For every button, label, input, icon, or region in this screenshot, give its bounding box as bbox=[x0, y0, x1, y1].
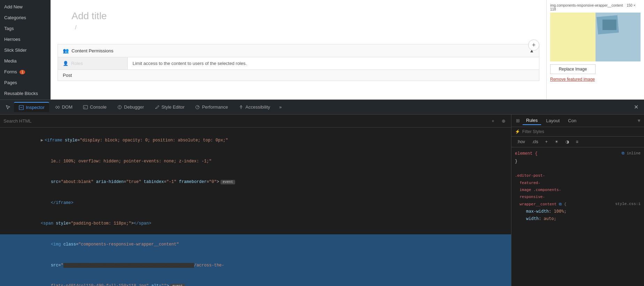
editor-rule-source: style.css:1 bbox=[615, 201, 641, 207]
search-icons: + ⊕ bbox=[489, 117, 508, 125]
dom-icon bbox=[55, 105, 60, 110]
rules-tab-con[interactable]: Con bbox=[564, 117, 580, 125]
rules-tab-layout[interactable]: Layout bbox=[542, 117, 563, 125]
cursor-icon bbox=[6, 105, 10, 110]
sidebar-item-media[interactable]: Media bbox=[0, 56, 50, 66]
collapse-triangle[interactable]: ▶ bbox=[41, 138, 43, 143]
element-rule-close: } bbox=[515, 158, 641, 165]
rules-layout-icon[interactable]: ⊞ bbox=[514, 117, 521, 124]
accessibility-icon bbox=[239, 105, 244, 110]
more-tabs-button[interactable]: » bbox=[276, 102, 284, 112]
pick-element-button[interactable]: ⊕ bbox=[499, 117, 508, 125]
sidebar: Add New Categories Tags Herroes Slick Sl… bbox=[0, 0, 51, 100]
code-line-iframe-open[interactable]: ▶<iframe style="display: block; opacity:… bbox=[0, 130, 511, 151]
cp-roles-label: Roles bbox=[71, 61, 83, 66]
html-code-view: ▶<iframe style="display: block; opacity:… bbox=[0, 127, 511, 286]
rule-prop-max-width: max-width: 100%; bbox=[521, 208, 641, 215]
svg-rect-2 bbox=[83, 105, 88, 109]
tab-console[interactable]: Console bbox=[78, 102, 112, 112]
event-badge-iframe[interactable]: event bbox=[220, 180, 235, 184]
code-line-iframe-style2[interactable]: le…: 100%; overflow: hidden; pointer-eve… bbox=[0, 151, 511, 172]
img-info-label: img.components-responsive-wrapper__conte… bbox=[550, 3, 641, 11]
sidebar-item-pages[interactable]: Pages bbox=[0, 77, 50, 88]
tab-accessibility[interactable]: Accessibility bbox=[234, 102, 275, 112]
cp-description: Limit access to the content to users of … bbox=[128, 57, 252, 69]
remove-featured-image-link[interactable]: Remove featured image bbox=[550, 77, 641, 82]
tab-inspector[interactable]: Inspector bbox=[14, 102, 49, 112]
code-line-span-padding[interactable]: <span style="padding-bottom: 118px;"></s… bbox=[0, 213, 511, 234]
replace-image-button[interactable]: Replace Image bbox=[550, 64, 596, 74]
search-bar: + ⊕ bbox=[0, 115, 511, 127]
rule-open-brace: ⧉ { bbox=[559, 202, 566, 206]
sidebar-item-add-new[interactable]: Add New bbox=[0, 1, 50, 12]
app-container: Add New Categories Tags Herroes Slick Sl… bbox=[0, 0, 644, 286]
tab-dom[interactable]: DOM bbox=[50, 102, 77, 112]
rules-expand-icon[interactable]: ▼ bbox=[637, 118, 641, 123]
top-section: Add New Categories Tags Herroes Slick Sl… bbox=[0, 0, 644, 100]
cp-title: 👥 Content Permissions bbox=[63, 48, 113, 53]
sidebar-item-tags[interactable]: Tags bbox=[0, 23, 50, 34]
rules-panel-tabs: ⊞ Rules Layout Con ▼ bbox=[511, 115, 644, 127]
featured-image-yellow bbox=[550, 13, 596, 61]
people-icon: 👥 bbox=[63, 48, 69, 53]
close-devtools-button[interactable]: ✕ bbox=[631, 102, 641, 112]
forms-badge: 1 bbox=[20, 70, 25, 74]
devtools-panel: Inspector DOM Console Debugger Style Edi… bbox=[0, 100, 644, 286]
print-mode-button[interactable]: ≡ bbox=[574, 139, 581, 145]
filter-icon: ⚡ bbox=[515, 129, 520, 134]
pick-element-tool[interactable] bbox=[3, 103, 13, 111]
cp-roles-button[interactable]: 👤 Roles bbox=[58, 57, 128, 69]
editor-post-rule: .editor-post- featured- image .component… bbox=[515, 172, 641, 222]
editor-rule-selector-line: .editor-post- featured- image .component… bbox=[515, 172, 641, 208]
cp-header: 👥 Content Permissions ▲ bbox=[58, 44, 539, 57]
debugger-icon bbox=[117, 105, 122, 110]
filter-bar: ⚡ bbox=[511, 127, 644, 137]
sidebar-item-slick-slider[interactable]: Slick Slider bbox=[0, 45, 50, 56]
performance-icon bbox=[195, 105, 200, 110]
editor-title-placeholder[interactable]: Add title bbox=[72, 10, 525, 22]
featured-image-blue bbox=[596, 13, 641, 61]
sidebar-item-herroes[interactable]: Herroes bbox=[0, 34, 50, 45]
code-line-img-open[interactable]: <img class="components-responsive-wrappe… bbox=[0, 234, 511, 255]
post-tab[interactable]: Post bbox=[58, 69, 539, 81]
devtools-tabs: Inspector DOM Console Debugger Style Edi… bbox=[0, 100, 644, 115]
filter-styles-input[interactable] bbox=[522, 129, 641, 134]
cls-button[interactable]: .cls bbox=[530, 139, 540, 145]
devtools-content: + ⊕ ▶<iframe style="display: block; opac… bbox=[0, 115, 644, 286]
element-selector: element { bbox=[515, 150, 538, 157]
tab-debugger[interactable]: Debugger bbox=[112, 102, 149, 112]
inspector-icon bbox=[19, 105, 24, 110]
editor-slash[interactable]: / bbox=[72, 24, 525, 31]
rules-content: element { ⧉ inline } bbox=[511, 147, 644, 286]
html-panel: + ⊕ ▶<iframe style="display: block; opac… bbox=[0, 115, 511, 286]
sidebar-item-categories[interactable]: Categories bbox=[0, 12, 50, 23]
sidebar-item-reusable-blocks[interactable]: Reusable Blocks bbox=[0, 88, 50, 99]
element-source: ⧉ inline bbox=[622, 150, 641, 158]
svg-point-7 bbox=[240, 105, 241, 106]
code-line-img-src2[interactable]: flats-p4014col110-490-full-150x118.jpg" … bbox=[0, 276, 511, 286]
hov-button[interactable]: :hov bbox=[515, 139, 527, 145]
content-permissions-block: 👥 Content Permissions ▲ 👤 Roles Limit ac… bbox=[58, 44, 539, 81]
cp-title-text: Content Permissions bbox=[72, 48, 113, 53]
light-mode-button[interactable]: ☀ bbox=[553, 139, 561, 145]
rules-panel: ⊞ Rules Layout Con ▼ ⚡ :hov .cls bbox=[511, 115, 644, 286]
code-line-iframe-attrs[interactable]: src="about:blank" aria-hidden="true" tab… bbox=[0, 172, 511, 193]
code-line-img-src[interactable]: src="███████████████████████████████████… bbox=[0, 255, 511, 276]
event-badge-img[interactable]: event bbox=[170, 284, 185, 286]
editor-rule-selector: .editor-post- featured- image .component… bbox=[515, 173, 561, 206]
editor-rule-props: max-width: 100%; width: auto; bbox=[515, 208, 641, 222]
add-block-button[interactable]: + bbox=[528, 39, 539, 51]
editor-title-area: Add title / bbox=[51, 0, 546, 41]
rules-tools-bar: :hov .cls + ☀ ◑ ≡ bbox=[511, 137, 644, 147]
rules-tab-rules[interactable]: Rules bbox=[523, 116, 541, 125]
tab-style-editor[interactable]: Style Editor bbox=[150, 102, 189, 112]
sidebar-item-forms[interactable]: Forms 1 bbox=[0, 66, 50, 77]
editor-area: Add title / + 👥 Content Permissions ▲ 👤 bbox=[51, 0, 546, 100]
code-line-iframe-close[interactable]: </iframe> bbox=[0, 193, 511, 214]
dark-mode-button[interactable]: ◑ bbox=[563, 139, 571, 145]
tab-performance[interactable]: Performance bbox=[190, 102, 233, 112]
add-rule-button[interactable]: + bbox=[543, 139, 550, 145]
search-html-input[interactable] bbox=[3, 118, 486, 124]
element-rule: element { ⧉ inline } bbox=[515, 150, 641, 165]
add-node-button[interactable]: + bbox=[489, 117, 497, 125]
